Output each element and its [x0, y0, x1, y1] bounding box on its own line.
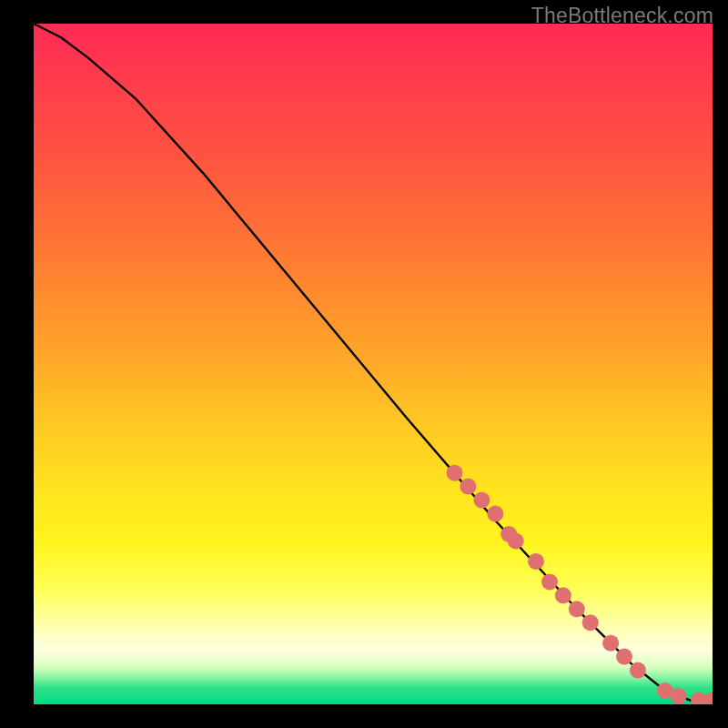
- marker-point: [508, 533, 524, 550]
- chart-svg: [34, 24, 713, 704]
- marker-point: [460, 479, 476, 495]
- marker-point: [630, 662, 646, 679]
- chart-frame: TheBottleneck.com: [0, 0, 728, 728]
- marker-point: [473, 492, 490, 509]
- marker-point: [671, 688, 687, 704]
- marker-point: [616, 649, 632, 665]
- marker-point: [487, 506, 503, 522]
- marker-point: [528, 553, 544, 570]
- bottleneck-curve-path: [34, 24, 713, 701]
- marker-point: [541, 573, 558, 590]
- marker-point: [555, 587, 571, 603]
- marker-point: [602, 635, 619, 652]
- marker-point: [447, 465, 463, 481]
- marker-point: [582, 614, 599, 631]
- highlight-markers: [447, 465, 713, 704]
- plot-area: [34, 24, 713, 704]
- marker-point: [704, 693, 713, 705]
- marker-point: [569, 601, 585, 617]
